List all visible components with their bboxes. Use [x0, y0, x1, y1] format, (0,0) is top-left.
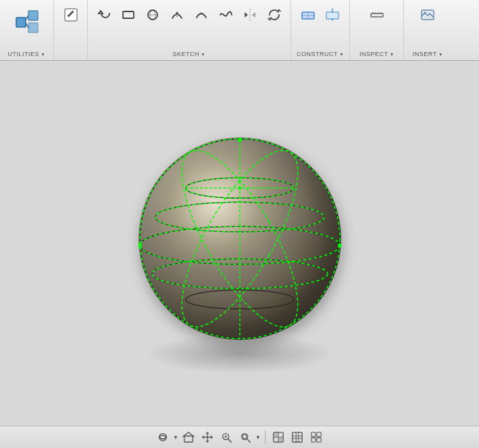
toolbar-group-utilities: UTILITIES ▼ — [0, 0, 54, 60]
sphere-3d — [125, 124, 355, 353]
svg-rect-58 — [293, 432, 302, 442]
svg-rect-54 — [243, 434, 246, 438]
svg-point-12 — [201, 13, 203, 15]
svg-point-26 — [424, 11, 426, 14]
circle-icon[interactable] — [142, 4, 163, 26]
utilities-label[interactable]: UTILITIES ▼ — [8, 51, 46, 57]
insert-chevron: ▼ — [438, 52, 443, 57]
toolbar-group-insert: INSERT ▼ — [404, 0, 451, 60]
bottom-toolbar: ▼ ▼ — [0, 426, 479, 448]
display-edges-icon[interactable] — [307, 428, 325, 446]
svg-rect-47 — [184, 436, 193, 442]
zoom-fit-icon[interactable] — [236, 428, 254, 446]
inspect-label[interactable]: INSPECT ▼ — [359, 51, 395, 57]
construct-plane-icon[interactable] — [297, 4, 319, 26]
orbit-chevron[interactable]: ▼ — [173, 434, 178, 441]
sketch-label[interactable]: SKETCH ▼ — [173, 51, 206, 57]
svg-rect-57 — [278, 437, 283, 442]
svg-rect-2 — [28, 23, 38, 32]
toolbar-group-inspect: INSPECT ▼ — [350, 0, 404, 60]
toolbar-group-icon1 — [54, 0, 88, 60]
display-mode-icon[interactable] — [270, 428, 287, 446]
svg-rect-1 — [28, 11, 38, 20]
svg-rect-20 — [371, 14, 383, 17]
inspect-chevron: ▼ — [389, 52, 394, 57]
canvas-area[interactable] — [0, 61, 479, 426]
inspect-label-text: INSPECT — [359, 51, 388, 57]
rectangle-icon[interactable] — [118, 4, 139, 26]
arc1-icon[interactable] — [166, 4, 188, 26]
construct-label-text: CONSTRUCT — [297, 51, 338, 57]
svg-rect-63 — [311, 432, 316, 437]
svg-rect-56 — [274, 432, 278, 437]
utilities-chevron: ▼ — [41, 52, 45, 57]
arc2-icon[interactable] — [191, 4, 212, 26]
zoom-window-icon[interactable] — [218, 428, 235, 446]
pencil-edit-icon[interactable] — [60, 4, 82, 26]
zoom-chevron[interactable]: ▼ — [255, 434, 261, 441]
undo-icon[interactable] — [93, 4, 115, 26]
rotate-icon[interactable] — [263, 4, 285, 26]
utilities-label-text: UTILITIES — [8, 51, 40, 57]
display-grid-icon[interactable] — [288, 428, 306, 446]
svg-rect-0 — [16, 18, 26, 27]
home-view-icon[interactable] — [180, 428, 197, 446]
insert-label-text: INSERT — [413, 51, 437, 57]
svg-rect-6 — [123, 11, 134, 18]
construct-chevron: ▼ — [339, 52, 344, 57]
spline-icon[interactable] — [215, 4, 236, 26]
toolbar-group-construct: CONSTRUCT ▼ — [291, 0, 350, 60]
main-toolbar: UTILITIES ▼ — [0, 0, 479, 61]
svg-line-49 — [228, 439, 232, 443]
toolbar-group-sketch: SKETCH ▼ — [88, 0, 291, 60]
svg-rect-17 — [326, 12, 338, 19]
sketch-chevron: ▼ — [201, 52, 205, 57]
utilities-icon[interactable] — [9, 4, 45, 39]
pan-tool-icon[interactable] — [199, 428, 216, 446]
svg-line-53 — [247, 439, 251, 443]
svg-rect-64 — [317, 432, 321, 437]
construct-label[interactable]: CONSTRUCT ▼ — [297, 51, 344, 57]
sketch-label-text: SKETCH — [173, 51, 200, 57]
orbit-tool-icon[interactable] — [154, 428, 172, 446]
svg-rect-65 — [311, 438, 316, 442]
bottom-separator-1 — [265, 430, 266, 444]
svg-rect-66 — [317, 438, 321, 442]
inspect-measure-icon[interactable] — [366, 4, 388, 26]
insert-image-icon[interactable] — [417, 4, 438, 26]
insert-label[interactable]: INSERT ▼ — [413, 51, 443, 57]
construct-axis-icon[interactable] — [322, 4, 343, 26]
sphere-body — [138, 137, 341, 340]
mirror-icon[interactable] — [239, 4, 261, 26]
svg-point-46 — [159, 434, 167, 441]
